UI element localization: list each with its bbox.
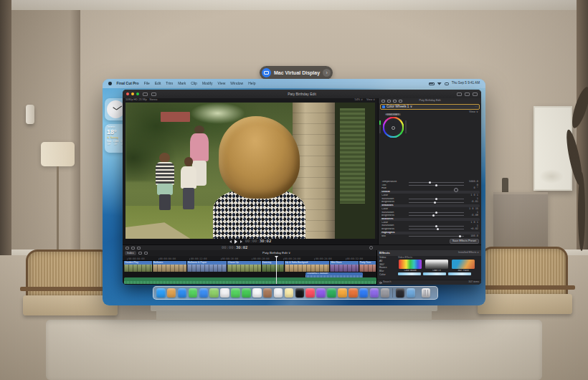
dock-podcasts[interactable] [316,288,326,298]
background-tasks-icon[interactable] [137,247,141,250]
dock-pages[interactable] [338,288,347,298]
effect-options-icon[interactable]: ⋯ [475,105,478,108]
color-inspector-icon[interactable] [387,100,391,103]
video-inspector-icon[interactable] [381,100,385,103]
parameter-slider[interactable] [409,229,464,229]
timeline-breadcrumb[interactable]: Paty Birthday Edit ∨ [262,252,290,255]
minimize-button[interactable] [131,92,134,95]
effects-category[interactable]: Color [379,274,397,277]
audio-inspector-icon[interactable] [393,100,397,103]
viewer-zoom-menu[interactable]: 54% ∨ [355,99,363,102]
connected-clip[interactable]: Grandma's Sweater [305,272,363,277]
app-menu[interactable]: Final Cut Pro [117,82,139,85]
parameter-row[interactable]: Brightness -0.08 [380,214,480,217]
menu-bar-clock[interactable]: Thu Sep 5 9:41 AM [452,82,480,85]
dock-calendar[interactable] [252,288,262,298]
parameter-row[interactable]: Highlights [380,232,480,234]
color-wheel[interactable]: MIDTONES [379,114,407,138]
index-button[interactable]: Index [125,251,136,255]
parameter-slider[interactable] [409,189,464,189]
menu-item[interactable]: File [144,82,150,85]
parameter-row[interactable]: Brightness +0.02 [380,228,480,231]
effect-item[interactable]: Color Board [398,260,422,272]
play-icon[interactable] [234,239,237,244]
keyword-editor-icon[interactable] [151,92,156,96]
media-import-icon[interactable] [125,247,129,250]
menu-item[interactable]: View [218,82,226,85]
parameter-slider[interactable] [409,215,464,216]
dock-phone[interactable] [242,288,251,298]
timeline-clip-track[interactable]: Garden Play Balloons Balloons & Paper Ch… [124,261,376,272]
effects-category-list[interactable]: VideoAll360°BasicsBlurColor [377,256,397,280]
video-clip[interactable]: Garden Play [124,261,153,272]
dock-stocks[interactable] [327,288,336,298]
main-toolbar[interactable]: 00:00:30:02 [123,244,481,250]
chevron-right-icon[interactable]: › [323,69,331,77]
parameter-slider[interactable] [409,182,464,183]
dock-finder[interactable] [156,288,166,298]
video-clip[interactable]: Balloons & Paper [187,261,227,272]
effect-thumbnail[interactable] [399,260,422,269]
menu-item[interactable]: Window [230,82,243,85]
dock-notes[interactable] [285,288,294,298]
macos-dock[interactable] [153,286,438,300]
timeline-ruler[interactable]: 00:00:04:0000:00:08:0000:00:12:0000:00:1… [123,256,376,261]
viewer-view-menu[interactable]: View ∨ [366,99,375,102]
dock-keynote[interactable] [348,288,358,298]
save-effects-preset-button[interactable]: Save Effects Preset [450,239,479,244]
snapping-icon[interactable] [138,252,142,255]
parameter-slider[interactable] [409,185,464,186]
object-tracker-icon[interactable] [369,246,373,250]
dock-trash[interactable] [422,288,431,298]
effect-thumbnail[interactable] [452,260,475,269]
effect-thumbnail[interactable] [425,260,448,269]
timeline-header[interactable]: Index Paty Birthday Edit ∨ [123,250,376,256]
dock-launchpad[interactable] [167,288,176,298]
inspector-tabs[interactable]: Paty Birthday Edit [379,98,481,103]
parameter-row[interactable]: Midtones [380,218,480,221]
dock-photos[interactable] [220,288,229,298]
mac-virtual-display[interactable]: Final Cut Pro FileEditTrimMarkClipModify… [103,79,485,305]
parameter-slider[interactable] [409,226,464,227]
close-button[interactable] [126,92,129,95]
installed-effects-filter[interactable]: Installed Effects ∨ [458,252,479,255]
parameter-slider[interactable] [409,199,464,199]
parameter-row[interactable]: Hue 0 ° [380,187,480,190]
mac-virtual-display-pill[interactable]: Mac Virtual Display › [260,66,333,80]
dock-reminders[interactable] [274,288,283,298]
color-wheels-effect-row[interactable]: Color Wheels 1 ∨ ⋯ [380,104,480,110]
wifi-icon[interactable] [437,82,442,85]
final-cut-pro-window[interactable]: Paty Birthday Edit 1080p HD 23.98p · Ste… [123,90,481,285]
previous-frame-icon[interactable] [229,240,232,243]
wheel-saturation-slider[interactable] [405,120,407,133]
menu-item[interactable]: Help [248,82,255,85]
menu-item[interactable]: Modify [202,82,213,85]
transport-controls[interactable]: 00:00:30:02 [123,239,378,244]
parameter-slider[interactable] [409,209,464,209]
parameter-row[interactable]: Global [380,191,480,194]
control-center-icon[interactable] [445,82,449,85]
audio-clip[interactable]: Gentle Music [124,277,376,284]
video-clip[interactable]: Mini Stars [330,261,359,272]
effect-item[interactable]: Olde TV [425,260,449,272]
effects-search-field[interactable]: Search [379,281,391,284]
video-clip[interactable]: Party Toss [359,261,376,272]
parameter-slider[interactable] [409,222,464,223]
dock-messages[interactable] [189,288,198,298]
parameter-row[interactable]: Brightness -0.01 [380,201,480,204]
video-clip[interactable]: Up & Sofia Backyard [285,261,331,272]
dock-music[interactable] [305,288,315,298]
parameter-slider[interactable] [409,196,464,196]
dock-downloads[interactable] [407,288,416,298]
dock-safari[interactable] [178,288,187,298]
timeline-toggle-icon[interactable] [465,92,470,96]
effect-item[interactable]: 360° Patch [451,260,475,272]
dock-mail[interactable] [199,288,209,298]
apple-logo[interactable] [108,82,112,85]
video-clip[interactable]: Chase Up [227,261,262,272]
dock-tv[interactable] [295,288,305,298]
keyword-icon[interactable] [131,247,135,250]
inspector-view-menu[interactable]: View ∨ [469,110,478,113]
parameter-row[interactable]: Shadows [380,204,480,207]
macos-menu-bar[interactable]: Final Cut Pro FileEditTrimMarkClipModify… [103,79,485,88]
